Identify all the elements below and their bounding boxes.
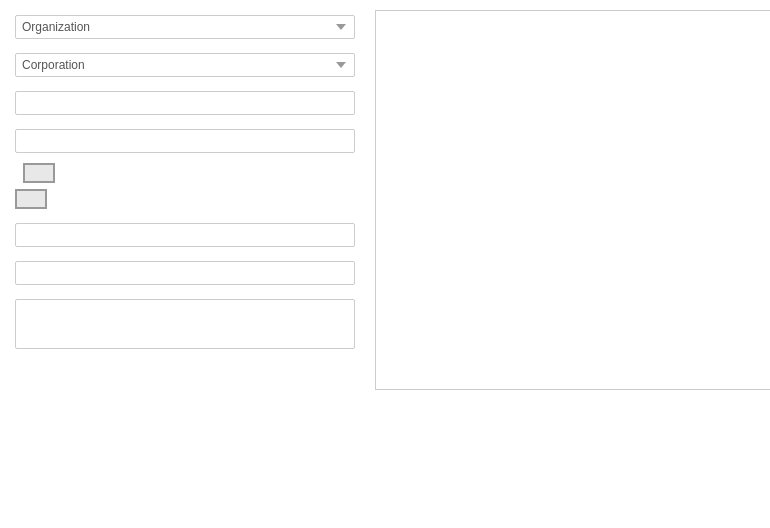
code-output: { "@context": "http://www.schema.org", "… — [375, 10, 770, 390]
logo-input[interactable] — [15, 223, 355, 247]
add-link-button[interactable] — [23, 163, 55, 183]
url-input[interactable] — [15, 129, 355, 153]
description-input[interactable] — [15, 299, 355, 349]
remove-link-button[interactable] — [15, 189, 47, 209]
org-type-select[interactable]: Corporation LocalBusiness NGO Person — [15, 53, 355, 77]
image-input[interactable] — [15, 261, 355, 285]
markup-type-select[interactable]: Organization Corporation LocalBusiness P… — [15, 15, 355, 39]
name-input[interactable] — [15, 91, 355, 115]
